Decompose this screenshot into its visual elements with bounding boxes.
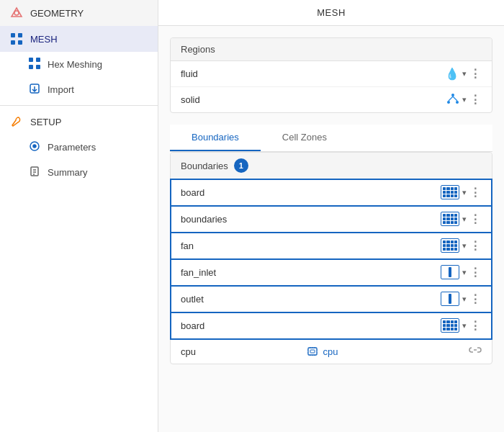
boundary-fan-name: fan [181, 240, 435, 251]
boundary-row-fan: fan ▾ ⋮ [171, 233, 492, 259]
tabs-container: Boundaries Cell Zones [170, 125, 492, 151]
board-1-more-icon[interactable]: ⋮ [469, 186, 482, 199]
sidebar-item-geometry[interactable]: GEOMETRY [0, 0, 158, 26]
boundary-fan-inlet-name: fan_inlet [181, 267, 435, 278]
mesh-icon [10, 32, 23, 45]
sidebar-item-hex-meshing-label: Hex Meshing [48, 59, 102, 70]
sidebar-item-import[interactable]: Import [0, 77, 158, 102]
boundary-row-cpu: cpu [171, 339, 492, 364]
svg-rect-5 [18, 40, 22, 45]
sidebar-item-hex-meshing[interactable]: Hex Meshing [0, 52, 158, 77]
svg-line-21 [453, 96, 457, 101]
svg-point-19 [456, 101, 459, 104]
sidebar-item-geometry-label: GEOMETRY [30, 8, 84, 19]
regions-header: Regions [171, 38, 492, 61]
svg-point-18 [447, 101, 450, 104]
region-fluid-actions: 💧 ▾ ⋮ [445, 67, 482, 81]
cpu-icon-area: cpu [306, 346, 338, 357]
grid-type-icon [441, 185, 459, 199]
boundary-row-board-1: board ▾ ⋮ [171, 179, 492, 206]
region-row-solid: solid ▾ ⋮ [171, 87, 492, 112]
sidebar-item-import-label: Import [48, 84, 74, 95]
boundaries-badge: 1 [234, 158, 248, 173]
grid-type-icon-4 [441, 318, 459, 333]
tabs-wrapper: Boundaries Cell Zones [170, 125, 492, 152]
boundary-outlet-name: outlet [181, 294, 435, 305]
boundary-boundaries-name: boundaries [181, 214, 435, 225]
svg-rect-4 [11, 40, 15, 45]
boundary-board-2-actions: ▾ ⋮ [441, 318, 482, 333]
boundary-row-boundaries: boundaries ▾ ⋮ [171, 206, 492, 233]
boundary-cpu-name: cpu [181, 346, 300, 357]
svg-rect-9 [36, 65, 40, 69]
boundary-outlet-actions: ▾ ⋮ [441, 292, 482, 306]
boundary-board-1-name: board [181, 187, 435, 198]
svg-rect-23 [310, 350, 315, 353]
svg-point-1 [14, 11, 19, 15]
svg-rect-8 [29, 65, 33, 69]
svg-rect-3 [18, 33, 22, 37]
geometry-icon [10, 6, 23, 19]
hex-meshing-icon [29, 58, 40, 71]
boundary-row-fan-inlet: fan_inlet ▾ ⋮ [171, 259, 492, 286]
board-2-more-icon[interactable]: ⋮ [469, 319, 482, 333]
boundaries-chevron-icon[interactable]: ▾ [462, 215, 467, 224]
cpu-chip-icon [306, 346, 319, 357]
boundaries-card: Boundaries 1 board ▾ ⋮ boundaries [170, 152, 492, 364]
sidebar-item-setup-label: SETUP [30, 117, 61, 127]
hierarchy-icon [446, 93, 459, 107]
boundary-board-1-actions: ▾ ⋮ [441, 185, 482, 199]
fan-chevron-icon[interactable]: ▾ [462, 241, 467, 251]
sidebar: GEOMETRY MESH Hex Meshing [0, 0, 158, 432]
fan-inlet-chevron-icon[interactable]: ▾ [462, 268, 467, 277]
sidebar-item-mesh-label: MESH [30, 34, 58, 45]
main-content: MESH Regions fluid 💧 ▾ ⋮ solid [158, 0, 504, 432]
fan-inlet-more-icon[interactable]: ⋮ [469, 266, 482, 279]
wrench-icon [10, 115, 23, 128]
grid-type-icon-3 [441, 238, 459, 253]
sidebar-item-parameters[interactable]: Parameters [0, 135, 158, 160]
sidebar-item-setup[interactable]: SETUP [0, 109, 158, 135]
fluid-chevron-icon[interactable]: ▾ [462, 69, 467, 78]
region-solid-actions: ▾ ⋮ [446, 93, 482, 107]
boundaries-header: Boundaries 1 [171, 153, 492, 179]
tab-cell-zones[interactable]: Cell Zones [261, 125, 348, 151]
outlet-more-icon[interactable]: ⋮ [469, 292, 482, 306]
svg-rect-7 [36, 58, 40, 62]
fan-more-icon[interactable]: ⋮ [469, 239, 482, 253]
sidebar-item-mesh[interactable]: MESH [0, 26, 158, 52]
svg-point-12 [33, 145, 36, 148]
link-icon [469, 345, 482, 358]
sidebar-item-summary[interactable]: Summary [0, 160, 158, 185]
boundary-row-board-2: board ▾ ⋮ [171, 312, 492, 339]
region-fluid-name: fluid [181, 68, 439, 79]
content-area: Regions fluid 💧 ▾ ⋮ solid [158, 26, 504, 432]
fluid-more-icon[interactable]: ⋮ [469, 67, 482, 81]
import-icon [29, 83, 40, 96]
boundary-fan-actions: ▾ ⋮ [441, 238, 482, 253]
page-title: MESH [158, 0, 504, 26]
bar-type-icon-2 [441, 292, 459, 306]
board-2-chevron-icon[interactable]: ▾ [462, 321, 467, 330]
boundary-boundaries-actions: ▾ ⋮ [441, 212, 482, 226]
tab-boundaries[interactable]: Boundaries [170, 125, 261, 151]
solid-chevron-icon[interactable]: ▾ [462, 95, 467, 104]
boundary-row-outlet: outlet ▾ ⋮ [171, 286, 492, 312]
svg-point-17 [451, 94, 454, 96]
sidebar-item-parameters-label: Parameters [48, 142, 96, 153]
svg-line-20 [449, 96, 453, 101]
solid-more-icon[interactable]: ⋮ [469, 93, 482, 107]
grid-type-icon-2 [441, 212, 459, 226]
bar-type-icon [441, 265, 459, 279]
sidebar-item-summary-label: Summary [48, 167, 88, 178]
parameters-icon [29, 140, 40, 154]
svg-rect-2 [11, 33, 15, 37]
svg-rect-6 [29, 58, 33, 62]
sidebar-divider-1 [0, 105, 158, 106]
regions-card: Regions fluid 💧 ▾ ⋮ solid [170, 37, 492, 113]
region-solid-name: solid [181, 94, 441, 105]
board-1-chevron-icon[interactable]: ▾ [462, 188, 467, 197]
boundary-fan-inlet-actions: ▾ ⋮ [441, 265, 482, 279]
outlet-chevron-icon[interactable]: ▾ [462, 294, 467, 304]
boundaries-more-icon[interactable]: ⋮ [469, 212, 482, 226]
